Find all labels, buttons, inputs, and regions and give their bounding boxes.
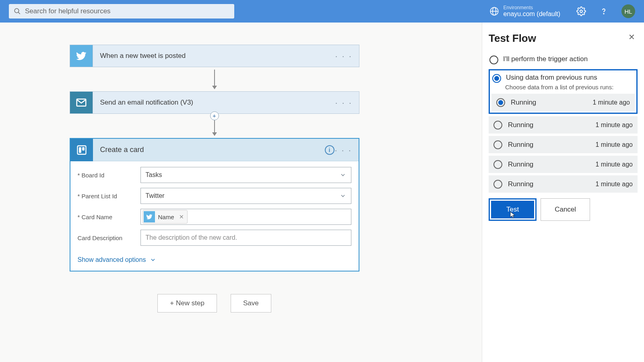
environment-value: enayu.com (default) <box>504 10 560 17</box>
test-button-label: Test <box>506 206 519 213</box>
step-title: Create a card <box>100 146 144 154</box>
radio-icon <box>492 74 501 83</box>
token-label: Name <box>158 214 174 220</box>
run-time: 1 minute ago <box>595 121 633 129</box>
run-status: Running <box>511 99 536 107</box>
board-id-value: Tasks <box>146 171 162 179</box>
option-label: Using data from previous runs <box>506 74 597 82</box>
flow-step-trigger[interactable]: When a new tweet is posted · · · <box>70 45 359 67</box>
parent-list-select[interactable]: Twitter <box>140 188 351 204</box>
app-header: Search for helpful resources Environment… <box>0 0 644 23</box>
radio-icon <box>496 98 505 107</box>
flow-step-trello: Create a card i · · · Board Id Tasks Par… <box>70 138 359 272</box>
option-label: I'll perform the trigger action <box>503 55 588 63</box>
flow-connector <box>214 70 215 89</box>
svg-line-1 <box>18 12 20 14</box>
chevron-down-icon <box>340 193 346 199</box>
search-icon <box>14 8 21 15</box>
option-sublabel: Choose data from a list of previous runs… <box>505 84 635 90</box>
svg-point-6 <box>603 13 604 14</box>
chevron-down-icon <box>150 257 156 263</box>
cancel-button[interactable]: Cancel <box>541 198 590 221</box>
card-description-input[interactable]: The description of the new card. <box>140 230 351 246</box>
twitter-icon <box>70 45 93 67</box>
radio-icon <box>493 121 502 130</box>
test-button[interactable]: Test <box>491 201 534 218</box>
new-step-button[interactable]: + New step <box>157 294 217 313</box>
flow-connector: + <box>214 116 215 136</box>
parent-list-value: Twitter <box>146 192 165 200</box>
run-status: Running <box>508 160 533 169</box>
show-advanced-link[interactable]: Show advanced options <box>78 256 157 263</box>
svg-rect-8 <box>77 146 86 154</box>
board-id-select[interactable]: Tasks <box>140 167 351 183</box>
highlight-test-button: Test <box>489 198 537 221</box>
radio-icon <box>493 140 502 149</box>
settings-button[interactable] <box>576 6 586 16</box>
twitter-icon <box>144 211 155 222</box>
run-time: 1 minute ago <box>595 161 633 168</box>
run-item[interactable]: Running 1 minute ago <box>489 136 638 153</box>
svg-rect-10 <box>82 147 85 150</box>
step-menu-button[interactable]: · · · <box>335 98 353 107</box>
radio-icon <box>493 180 502 189</box>
card-desc-placeholder: The description of the new card. <box>146 234 237 241</box>
test-flow-panel: Test Flow ✕ I'll perform the trigger act… <box>482 23 644 362</box>
svg-point-0 <box>14 8 19 13</box>
chevron-down-icon <box>340 172 346 178</box>
run-time: 1 minute ago <box>592 99 630 106</box>
search-placeholder: Search for helpful resources <box>25 7 111 15</box>
close-panel-button[interactable]: ✕ <box>628 32 635 42</box>
highlight-previous-runs: Using data from previous runs Choose dat… <box>489 69 638 114</box>
flow-canvas: When a new tweet is posted · · · Send an… <box>0 23 429 313</box>
card-name-input[interactable]: Name ✕ <box>140 209 351 225</box>
run-status: Running <box>508 141 533 149</box>
environment-label: Environments <box>504 5 560 10</box>
option-perform-trigger[interactable]: I'll perform the trigger action <box>489 53 638 67</box>
mail-icon <box>70 92 93 113</box>
panel-title: Test Flow <box>489 32 638 45</box>
step-header[interactable]: Create a card i · · · <box>70 139 359 161</box>
flow-step-email[interactable]: Send an email notification (V3) · · · <box>70 91 359 114</box>
run-status: Running <box>508 180 533 188</box>
run-item[interactable]: Running 1 minute ago <box>489 156 638 173</box>
avatar-initials: HL <box>624 8 632 15</box>
field-label-parent: Parent List Id <box>78 193 140 200</box>
gear-icon <box>576 6 586 16</box>
run-time: 1 minute ago <box>595 181 633 188</box>
svg-rect-9 <box>79 147 81 153</box>
add-step-button[interactable]: + <box>210 111 219 120</box>
question-icon <box>599 6 609 16</box>
info-icon[interactable]: i <box>325 145 334 155</box>
field-label-cardname: Card Name <box>78 214 140 220</box>
field-label-board: Board Id <box>78 172 140 179</box>
radio-icon <box>493 160 502 169</box>
run-status: Running <box>508 121 533 129</box>
step-form: Board Id Tasks Parent List Id Twitter <box>70 161 359 255</box>
radio-icon <box>489 56 498 64</box>
field-label-carddesc: Card Description <box>78 234 140 241</box>
step-menu-button[interactable]: · · · <box>335 51 353 61</box>
trello-icon <box>70 139 93 161</box>
run-time: 1 minute ago <box>595 141 633 148</box>
help-button[interactable] <box>599 6 609 16</box>
remove-token-icon[interactable]: ✕ <box>179 214 184 220</box>
option-previous-runs[interactable]: Using data from previous runs <box>491 72 635 83</box>
step-menu-button[interactable]: · · · <box>335 145 352 154</box>
flow-step-label: When a new tweet is posted <box>93 45 359 67</box>
avatar[interactable]: HL <box>621 4 635 18</box>
advanced-label: Show advanced options <box>78 256 146 263</box>
svg-point-5 <box>580 10 582 12</box>
dynamic-token[interactable]: Name ✕ <box>142 210 188 224</box>
run-item[interactable]: Running 1 minute ago <box>489 116 638 134</box>
search-input[interactable]: Search for helpful resources <box>9 4 234 19</box>
save-button[interactable]: Save <box>231 294 271 313</box>
flow-step-label: Send an email notification (V3) <box>93 92 359 113</box>
globe-icon <box>489 6 500 16</box>
run-item[interactable]: Running 1 minute ago <box>489 175 638 193</box>
run-item[interactable]: Running 1 minute ago <box>491 94 635 111</box>
environment-picker[interactable]: Environments enayu.com (default) <box>489 5 560 18</box>
